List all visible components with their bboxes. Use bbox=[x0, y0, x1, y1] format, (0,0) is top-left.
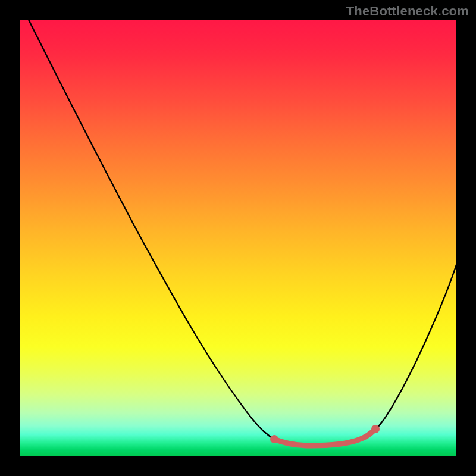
curve-layer bbox=[20, 20, 456, 456]
chart-frame: TheBottleneck.com bbox=[0, 0, 476, 476]
svg-point-1 bbox=[371, 425, 380, 433]
plot-area bbox=[20, 20, 456, 456]
bottleneck-curve bbox=[29, 20, 456, 446]
watermark-text: TheBottleneck.com bbox=[346, 4, 469, 19]
optimal-range-highlight bbox=[270, 425, 380, 446]
